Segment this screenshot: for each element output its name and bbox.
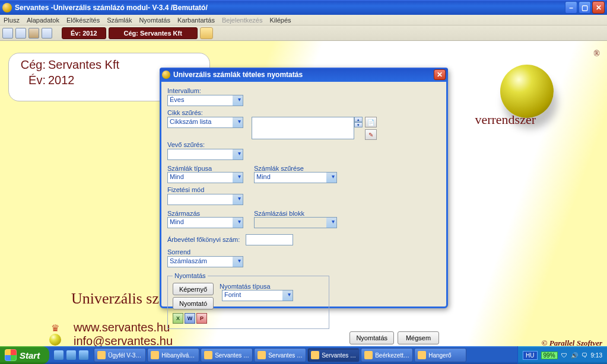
- tray-icon-2[interactable]: 🔊: [571, 352, 578, 359]
- task-label: Beérkezett…: [375, 352, 409, 359]
- cikk-combo[interactable]: Cikkszám lista: [167, 117, 243, 128]
- fizmod-combo[interactable]: [167, 194, 243, 205]
- cikk-edit-button[interactable]: ✎: [365, 129, 377, 140]
- kepernyo-button[interactable]: Képernyő: [173, 283, 214, 295]
- start-button[interactable]: Start: [0, 346, 49, 364]
- menu-kilépés[interactable]: Kilépés: [269, 17, 291, 24]
- company-pill[interactable]: Cég: Servantes Kft: [109, 27, 198, 39]
- blokk-combo: [254, 217, 337, 228]
- year-pill[interactable]: Év: 2012: [62, 27, 106, 39]
- cikk-add-button[interactable]: 📄: [365, 117, 377, 127]
- print-ok-button[interactable]: Nyomtatás: [349, 331, 394, 344]
- szures-label: Számlák szűrése: [254, 165, 304, 172]
- blokk-label: Számlázási blokk: [254, 210, 304, 217]
- task-icon: [97, 351, 106, 359]
- export-xls-icon[interactable]: X: [173, 313, 183, 324]
- battery-indicator[interactable]: 99%: [541, 352, 558, 359]
- print-dialog: Univerzális számlák tételes nyomtatás ✕ …: [160, 68, 448, 308]
- taskbar-task[interactable]: Ügyfél V-3…: [94, 348, 146, 362]
- dialog-icon: [162, 71, 170, 79]
- windows-logo-icon: [5, 349, 17, 361]
- cikk-spin-down[interactable]: ▾: [354, 122, 363, 127]
- szarmazas-label: Származás: [167, 210, 200, 217]
- task-icon: [204, 351, 212, 359]
- brand-web: www.servantes.hu: [74, 321, 173, 334]
- intervallum-combo[interactable]: Éves: [167, 95, 243, 106]
- company-icon[interactable]: [200, 27, 213, 39]
- print-cancel-button[interactable]: Mégsem: [398, 331, 439, 344]
- cikk-listbox[interactable]: [252, 117, 354, 139]
- toolbar-btn-4[interactable]: [42, 28, 52, 39]
- fizmod-label: Fizetési mód: [167, 186, 440, 193]
- toolbar-btn-2[interactable]: [15, 28, 26, 39]
- crown-icon: ♛: [46, 323, 64, 346]
- card-company-value: Servantes Kft: [48, 58, 119, 71]
- tipus-combo[interactable]: Mind: [167, 172, 243, 183]
- dialog-title-bar[interactable]: Univerzális számlák tételes nyomtatás ✕: [160, 68, 448, 82]
- brand-univerzalis: Univerzális sz: [71, 290, 159, 308]
- szures-combo[interactable]: Mind: [254, 172, 337, 183]
- nyomtatas-group: Nyomtatás Képernyő Nyomtató X W P Nyomta…: [167, 272, 329, 329]
- close-button[interactable]: ✕: [592, 1, 605, 14]
- export-pdf-icon[interactable]: P: [196, 313, 207, 324]
- nytipus-label: Nyomtatás típusa: [220, 283, 271, 290]
- export-doc-icon[interactable]: W: [185, 313, 195, 324]
- task-label: Servantes …: [215, 352, 249, 359]
- nyomtato-button[interactable]: Nyomtató: [173, 297, 214, 309]
- tray-icon-3[interactable]: 🗨: [581, 352, 587, 359]
- szarmazas-combo[interactable]: Mind: [167, 217, 243, 228]
- cikk-label: Cikk szűrés:: [167, 109, 440, 116]
- ql-ie-icon[interactable]: [54, 350, 63, 360]
- taskbar-task[interactable]: Servantes …: [254, 348, 306, 362]
- taskbar-task[interactable]: Hangerő: [414, 348, 466, 362]
- nyomtatas-legend: Nyomtatás: [173, 272, 208, 279]
- dialog-close-button[interactable]: ✕: [434, 69, 446, 80]
- card-company-label: Cég:: [17, 57, 46, 72]
- vevo-combo[interactable]: [167, 149, 243, 160]
- sorrend-label: Sorrend: [167, 248, 440, 256]
- taskbar-task[interactable]: Servantes …: [307, 348, 360, 362]
- task-label: Servantes …: [268, 352, 303, 359]
- ql-app-icon[interactable]: [79, 350, 88, 360]
- clock[interactable]: 9:13: [591, 352, 602, 359]
- start-label: Start: [20, 350, 40, 360]
- minimize-button[interactable]: –: [565, 1, 577, 14]
- task-icon: [364, 351, 373, 359]
- task-icon: [258, 351, 266, 359]
- task-icon: [418, 351, 426, 359]
- sorrend-combo[interactable]: Számlaszám: [167, 256, 243, 267]
- menu-karbantartás[interactable]: Karbantartás: [177, 17, 215, 24]
- tray-icon-1[interactable]: 🛡: [561, 352, 567, 359]
- brand-links: www.servantes.hu info@servantes.hu: [74, 321, 173, 348]
- task-label: Hangerő: [428, 352, 451, 359]
- menu-számlák[interactable]: Számlák: [107, 17, 132, 24]
- nytipus-combo[interactable]: Forint: [222, 290, 293, 301]
- taskbar-task[interactable]: Beérkezett…: [361, 348, 413, 362]
- taskbar: Start Ügyfél V-3…Hibanyilvá…Servantes …S…: [0, 346, 607, 364]
- toolbar-btn-3[interactable]: [28, 28, 39, 39]
- registered-mark: ®: [593, 49, 600, 58]
- menu-nyomtatás[interactable]: Nyomtatás: [139, 17, 170, 24]
- app-icon: [2, 3, 12, 12]
- task-icon: [311, 351, 319, 359]
- maximize-button[interactable]: ▢: [579, 1, 591, 14]
- ql-desktop-icon[interactable]: [66, 350, 76, 360]
- taskbar-task[interactable]: Servantes …: [201, 348, 253, 362]
- vevo-label: Vevő szűrés:: [167, 141, 440, 148]
- menu-előkészítés[interactable]: Előkészítés: [66, 17, 100, 24]
- brand-slogan: verrendszer: [475, 112, 536, 127]
- brand-sphere: [500, 65, 554, 118]
- menu-plusz[interactable]: Plusz: [4, 17, 20, 24]
- arbevetel-input[interactable]: [246, 234, 293, 245]
- card-year-value: 2012: [48, 74, 75, 87]
- taskbar-task[interactable]: Hibanyilvá…: [147, 348, 199, 362]
- menu-alapadatok[interactable]: Alapadatok: [27, 17, 59, 24]
- intervallum-label: Intervallum:: [167, 87, 440, 94]
- window-title-bar: Servantes -Univerzális számlázó modul- V…: [0, 0, 607, 15]
- toolbar-btn-1[interactable]: [2, 28, 13, 39]
- menu-bejelentkezés: Bejelentkezés: [222, 17, 263, 24]
- cikk-spin-up[interactable]: ▴: [354, 117, 363, 122]
- toolbar: Év: 2012 Cég: Servantes Kft: [0, 25, 607, 41]
- language-indicator[interactable]: HU: [523, 351, 537, 360]
- task-label: Ügyfél V-3…: [108, 352, 141, 359]
